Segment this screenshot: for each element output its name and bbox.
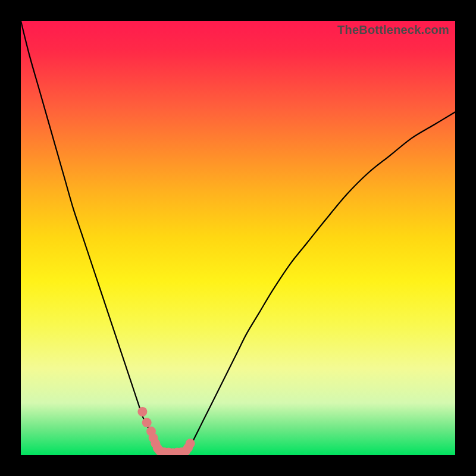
highlight-dot: [146, 427, 156, 436]
chart-canvas: [21, 21, 455, 455]
highlight-dots: [137, 407, 195, 455]
highlight-dot: [151, 439, 160, 448]
watermark-text: TheBottleneck.com: [337, 23, 449, 37]
curve-left: [21, 21, 160, 451]
highlight-dot: [149, 433, 158, 443]
highlight-dot: [142, 418, 152, 427]
plot-area: TheBottleneck.com: [21, 21, 455, 455]
highlight-dot: [153, 443, 162, 453]
highlight-dot: [173, 448, 182, 455]
highlight-dot: [186, 439, 195, 448]
highlight-dot: [164, 448, 173, 455]
highlight-dot: [155, 446, 165, 455]
chart-frame: TheBottleneck.com: [0, 0, 476, 476]
highlight-dot: [177, 447, 186, 455]
highlight-dot: [168, 448, 178, 455]
curve-right: [186, 112, 455, 450]
curve-floor: [160, 451, 186, 452]
highlight-dot: [137, 407, 147, 416]
highlight-dot: [159, 447, 169, 455]
highlight-dot: [181, 446, 190, 455]
highlight-dot: [183, 443, 193, 453]
